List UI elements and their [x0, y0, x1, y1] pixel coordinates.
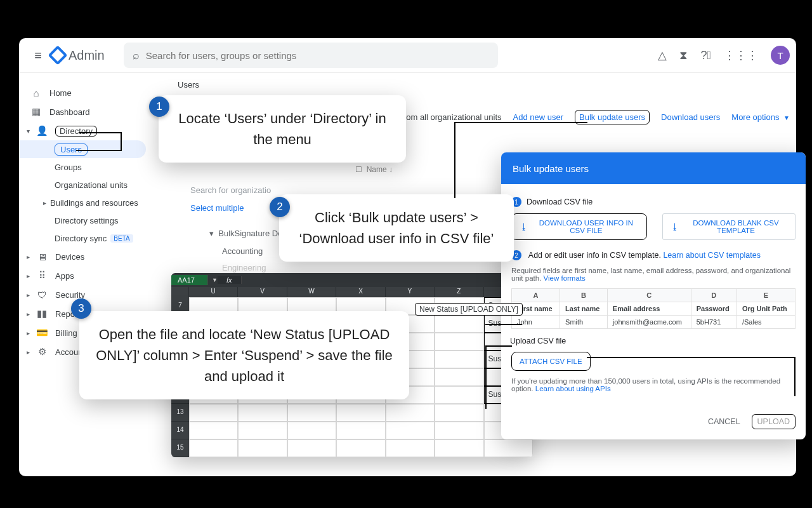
chevron-right-icon: ▸ — [27, 272, 30, 279]
account-icon: ⚙ — [36, 346, 48, 358]
topbar: ≡ Admin ⌕ △ ⧗ ?⃝ ⋮⋮⋮ T — [19, 38, 796, 73]
billing-icon: 💳 — [36, 327, 48, 338]
chevron-right-icon: ▸ — [27, 349, 30, 356]
chevron-right-icon: ▸ — [27, 253, 30, 260]
shield-icon: 🛡 — [36, 290, 48, 300]
hourglass-icon[interactable]: ⧗ — [679, 49, 688, 62]
cell-ref-dropdown-icon[interactable]: ▼ — [212, 277, 218, 283]
dashboard-icon: ▦ — [30, 106, 42, 117]
download-icon: ⭳ — [671, 222, 679, 232]
sidebar-item-devices[interactable]: ▸ 🖥 Devices — [19, 247, 162, 266]
chevron-right-icon: ▸ — [43, 199, 46, 206]
upload-hint: If you're updating more than 150,000 use… — [511, 377, 796, 392]
modal-title: Bulk update users — [501, 152, 806, 184]
reporting-icon: ▮▮ — [36, 308, 48, 319]
step-3-title: Upload CSV file — [510, 337, 566, 345]
sidebar-item-org-units[interactable]: Organizational units — [19, 176, 162, 194]
required-fields-note: Required fields are first name, last nam… — [511, 267, 796, 282]
search-icon: ⌕ — [133, 49, 140, 62]
sidebar-item-dir-settings[interactable]: Directory settings — [19, 211, 162, 229]
callout-1: Locate ‘Users’ under ‘Directory’ in the … — [159, 95, 406, 163]
sidebar-item-dir-sync[interactable]: Directory sync BETA — [19, 229, 162, 247]
table-row: John Smith johnsmith@acme.com 5bH731 /Sa… — [512, 316, 796, 329]
menu-icon[interactable]: ≡ — [25, 48, 51, 63]
upload-button[interactable]: UPLOAD — [752, 414, 796, 429]
download-blank-template-button[interactable]: ⭳ DOWNLOAD BLANK CSV TEMPLATE — [662, 213, 796, 240]
step-badge-2-annotation: 2 — [270, 197, 290, 217]
step-1-title: Download CSV file — [527, 197, 593, 206]
view-formats-link[interactable]: View formats — [544, 274, 586, 282]
add-user-link[interactable]: Add new user — [513, 112, 564, 122]
apps-grid-icon[interactable]: ⋮⋮⋮ — [724, 48, 758, 62]
chevron-down-icon: ▾ — [27, 128, 30, 135]
chevron-right-icon: ▸ — [27, 330, 30, 337]
sidebar-item-dashboard[interactable]: ▦ Dashboard — [19, 102, 162, 121]
step-badge-3-annotation: 3 — [71, 298, 91, 319]
devices-icon: 🖥 — [36, 251, 48, 262]
sidebar: ⌂ Home ▦ Dashboard ▾ 👤 Directory Users G… — [19, 73, 162, 476]
org-tree-item[interactable]: Engineering — [222, 263, 266, 272]
status-cell[interactable] — [484, 439, 533, 457]
table-header-name: ☐ Name ↓ — [355, 165, 393, 174]
step-badge-1-annotation: 1 — [149, 97, 169, 117]
sidebar-item-home[interactable]: ⌂ Home — [19, 83, 162, 102]
org-tree-item[interactable]: Accounting — [222, 246, 263, 256]
chevron-right-icon: ▸ — [27, 291, 30, 298]
search-org-text: Search for organizatio — [190, 185, 271, 195]
sidebar-item-users[interactable]: Users — [19, 140, 146, 158]
brand: Admin — [51, 48, 105, 63]
learn-apis-link[interactable]: Learn about using APIs — [535, 385, 611, 392]
fx-label: fx — [218, 276, 242, 284]
directory-icon: 👤 — [36, 125, 48, 137]
home-icon: ⌂ — [30, 88, 42, 98]
brand-title: Admin — [69, 48, 105, 63]
bulk-update-modal: Bulk update users 1Download CSV file ⭳ D… — [501, 152, 806, 439]
cancel-button[interactable]: CANCEL — [708, 417, 740, 426]
sheet-column-headers: UVW XYZ AA — [171, 287, 533, 297]
help-icon[interactable]: ?⃝ — [700, 49, 711, 62]
download-user-info-button[interactable]: ⭳ DOWNLOAD USER INFO IN CSV FILE — [511, 213, 647, 240]
more-options-link[interactable]: More options ▼ — [731, 112, 790, 122]
sidebar-item-directory[interactable]: ▾ 👤 Directory — [19, 121, 162, 140]
step-2-title: Add or edit user info in CSV template. — [528, 251, 661, 260]
download-icon: ⭳ — [520, 222, 528, 232]
sidebar-item-security[interactable]: ▸ 🛡 Security — [19, 285, 162, 304]
admin-console-window: ≡ Admin ⌕ △ ⧗ ?⃝ ⋮⋮⋮ T ⌂ Home ▦ Dashboar… — [19, 38, 796, 476]
callout-3: Open the file and locate ‘New Status [UP… — [79, 311, 409, 399]
admin-logo-icon — [48, 45, 67, 65]
sidebar-item-groups[interactable]: Groups — [19, 158, 162, 176]
apps-icon: ⠿ — [36, 270, 48, 281]
cell-reference-box[interactable]: AA17 — [171, 275, 208, 285]
chevron-right-icon: ▸ — [27, 311, 30, 318]
learn-csv-templates-link[interactable]: Learn about CSV templates — [663, 251, 761, 260]
breadcrumb: Users — [178, 80, 199, 90]
chevron-down-icon: ▼ — [783, 114, 790, 121]
avatar[interactable]: T — [771, 46, 790, 65]
attach-csv-button[interactable]: ATTACH CSV FILE — [511, 352, 591, 371]
beta-badge: BETA — [110, 234, 133, 243]
search-bar[interactable]: ⌕ — [124, 43, 498, 68]
csv-preview-table: A B C D E First name Last name Email add… — [511, 288, 796, 329]
download-users-link[interactable]: Download users — [661, 112, 720, 122]
new-status-column-header: New Status [UPLOAD ONLY] — [415, 303, 523, 316]
search-input[interactable] — [146, 50, 489, 61]
sidebar-item-buildings[interactable]: ▸ Buildings and resources — [19, 194, 162, 211]
notification-icon[interactable]: △ — [658, 48, 667, 62]
callout-2: Click ‘Bulk update users’ > ‘Download us… — [279, 194, 514, 262]
sidebar-item-apps[interactable]: ▸ ⠿ Apps — [19, 266, 162, 285]
select-multiple-link[interactable]: Select multiple — [190, 203, 244, 213]
